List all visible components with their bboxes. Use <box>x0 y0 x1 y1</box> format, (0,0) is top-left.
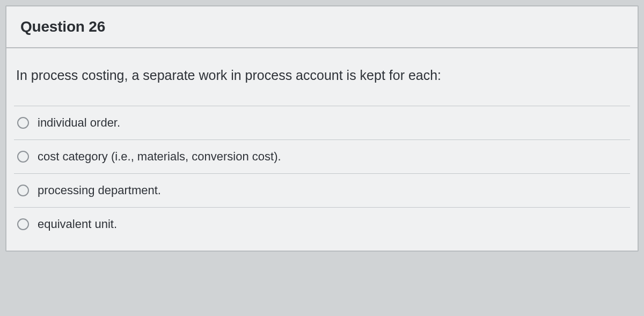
option-row-3[interactable]: equivalent unit. <box>14 207 630 245</box>
option-row-1[interactable]: cost category (i.e., materials, conversi… <box>14 139 630 173</box>
options-list: individual order. cost category (i.e., m… <box>14 106 630 245</box>
radio-icon[interactable] <box>17 151 29 163</box>
option-label: individual order. <box>38 116 120 130</box>
question-title: Question 26 <box>20 18 624 35</box>
option-row-2[interactable]: processing department. <box>14 173 630 207</box>
question-header: Question 26 <box>6 6 638 48</box>
option-label: processing department. <box>38 183 161 197</box>
option-label: equivalent unit. <box>38 217 117 231</box>
question-card: Question 26 In process costing, a separa… <box>5 5 639 252</box>
question-body: In process costing, a separate work in p… <box>6 48 638 251</box>
option-row-0[interactable]: individual order. <box>14 106 630 139</box>
option-label: cost category (i.e., materials, conversi… <box>38 150 281 164</box>
question-prompt: In process costing, a separate work in p… <box>14 68 630 106</box>
radio-icon[interactable] <box>17 218 29 230</box>
radio-icon[interactable] <box>17 117 29 129</box>
radio-icon[interactable] <box>17 185 29 196</box>
